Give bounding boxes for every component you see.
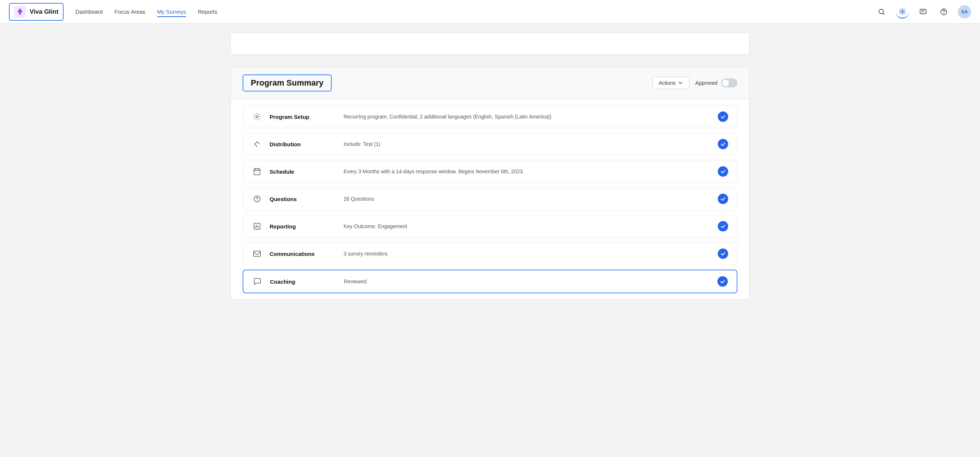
settings-button[interactable] bbox=[896, 5, 909, 19]
top-card bbox=[231, 33, 749, 55]
row-description: Include: Test (1) bbox=[344, 141, 710, 147]
approved-label: Approved bbox=[695, 80, 718, 86]
question-circle-icon bbox=[252, 194, 262, 204]
svg-point-2 bbox=[901, 10, 904, 13]
row-label: Questions bbox=[270, 196, 336, 202]
settings-icon bbox=[899, 8, 906, 15]
svg-point-9 bbox=[257, 200, 258, 201]
check-icon bbox=[718, 249, 728, 259]
gear-icon bbox=[252, 112, 262, 122]
svg-point-6 bbox=[256, 115, 258, 118]
actions-button[interactable]: Actions bbox=[652, 77, 689, 89]
chevron-down-icon bbox=[678, 80, 683, 86]
navbar: Viva Glint Dashboard Focus Areas My Surv… bbox=[0, 0, 980, 24]
svg-rect-11 bbox=[254, 251, 260, 257]
row-label: Schedule bbox=[270, 168, 336, 175]
row-label: Distribution bbox=[270, 141, 336, 147]
send-icon bbox=[252, 139, 262, 149]
row-description: 3 survey reminders bbox=[344, 251, 710, 257]
check-icon bbox=[718, 276, 728, 287]
help-button[interactable] bbox=[937, 5, 950, 19]
table-row: Reporting Key Outcome: Engagement bbox=[243, 215, 737, 238]
calendar-icon bbox=[252, 166, 262, 177]
row-label: Reporting bbox=[270, 223, 336, 230]
row-description: Reviewed bbox=[344, 278, 710, 284]
brand-logo-icon bbox=[14, 6, 26, 18]
svg-rect-3 bbox=[920, 9, 926, 14]
row-label: Communications bbox=[270, 251, 336, 257]
approved-toggle[interactable] bbox=[721, 78, 737, 87]
nav-links: Dashboard Focus Areas My Surveys Reports bbox=[75, 8, 218, 15]
svg-point-5 bbox=[943, 13, 944, 14]
nav-item-focus-areas[interactable]: Focus Areas bbox=[115, 8, 145, 15]
table-row: Distribution Include: Test (1) bbox=[243, 133, 737, 155]
section-title-box: Program Summary bbox=[243, 74, 332, 91]
check-icon bbox=[718, 112, 728, 122]
message-icon bbox=[252, 276, 262, 287]
approved-control: Approved bbox=[695, 78, 737, 87]
table-row: Schedule Every 3 Months with a 14-days r… bbox=[243, 160, 737, 183]
row-label: Coaching bbox=[270, 278, 337, 285]
brand-logo-area[interactable]: Viva Glint bbox=[9, 3, 64, 21]
help-icon bbox=[940, 8, 947, 16]
main-content: Program Summary Actions Approved bbox=[213, 24, 767, 308]
svg-rect-10 bbox=[254, 223, 260, 230]
table-row: Questions 26 Questions bbox=[243, 187, 737, 210]
avatar-initials: SA bbox=[961, 9, 968, 14]
check-icon bbox=[718, 194, 728, 204]
mail-icon bbox=[252, 249, 262, 259]
chart-icon bbox=[252, 221, 262, 232]
user-avatar[interactable]: SA bbox=[958, 5, 971, 19]
row-description: Key Outcome: Engagement bbox=[344, 223, 710, 229]
table-row: Program Setup Recurring program, Confide… bbox=[243, 105, 737, 128]
check-icon bbox=[718, 221, 728, 232]
row-description: Every 3 Months with a 14-days response w… bbox=[344, 168, 710, 174]
table-row: Coaching Reviewed bbox=[243, 270, 737, 293]
header-controls: Actions Approved bbox=[652, 77, 737, 89]
row-description: 26 Questions bbox=[344, 196, 710, 202]
nav-item-dashboard[interactable]: Dashboard bbox=[75, 8, 102, 15]
nav-item-my-surveys[interactable]: My Surveys bbox=[157, 8, 186, 15]
row-label: Program Setup bbox=[270, 114, 336, 120]
section-header: Program Summary Actions Approved bbox=[231, 67, 749, 99]
nav-item-reports[interactable]: Reports bbox=[198, 8, 218, 15]
search-icon bbox=[878, 8, 885, 16]
check-icon bbox=[718, 166, 728, 177]
check-icon bbox=[718, 139, 728, 149]
svg-rect-7 bbox=[254, 169, 260, 175]
row-description: Recurring program, Confidential, 2 addit… bbox=[344, 114, 710, 120]
chat-icon bbox=[920, 8, 927, 16]
section-title: Program Summary bbox=[251, 78, 324, 88]
navbar-right: SA bbox=[875, 5, 971, 19]
chat-button[interactable] bbox=[916, 5, 930, 19]
search-button[interactable] bbox=[875, 5, 888, 19]
brand-name: Viva Glint bbox=[30, 8, 59, 16]
summary-rows: Program Setup Recurring program, Confide… bbox=[231, 99, 749, 299]
program-summary-section: Program Summary Actions Approved bbox=[231, 67, 749, 300]
table-row: Communications 3 survey reminders bbox=[243, 242, 737, 265]
